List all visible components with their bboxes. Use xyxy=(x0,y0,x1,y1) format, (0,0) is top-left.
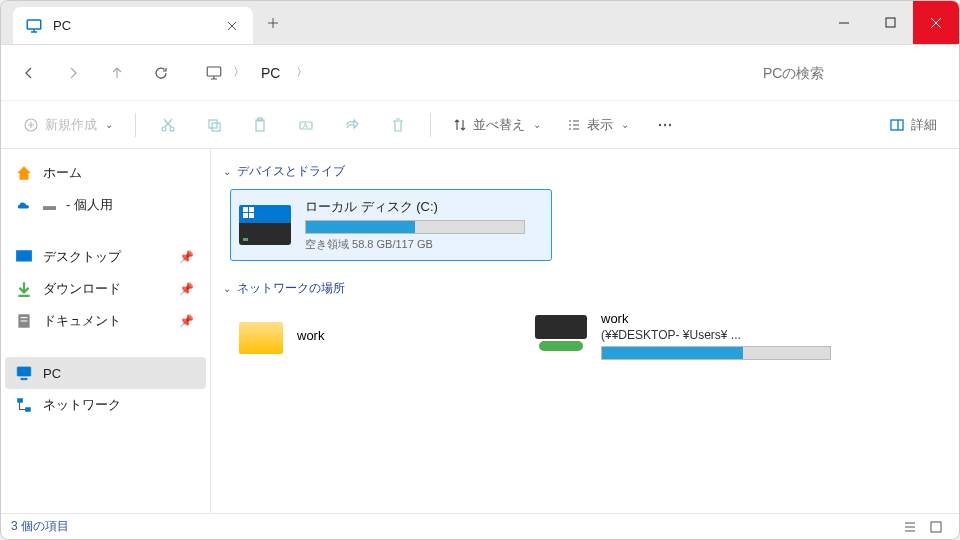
home-icon xyxy=(15,164,33,182)
svg-rect-38 xyxy=(16,250,32,261)
pin-icon: 📌 xyxy=(179,250,194,264)
pin-icon: 📌 xyxy=(179,282,194,296)
svg-rect-44 xyxy=(17,398,23,403)
svg-rect-43 xyxy=(21,378,27,380)
sidebar-item-documents[interactable]: ドキュメント 📌 xyxy=(5,305,206,337)
network-drive-icon xyxy=(535,311,587,351)
status-item-count: 3 個の項目 xyxy=(11,518,69,535)
desktop-icon xyxy=(15,248,33,266)
paste-button[interactable] xyxy=(240,108,280,142)
pin-icon: 📌 xyxy=(179,314,194,328)
forward-button[interactable] xyxy=(53,53,93,93)
chevron-down-icon: ⌄ xyxy=(223,283,231,294)
svg-point-17 xyxy=(162,127,166,131)
svg-line-20 xyxy=(164,119,171,127)
tab-current[interactable]: PC xyxy=(13,7,253,44)
svg-line-19 xyxy=(165,119,172,127)
details-pane-icon xyxy=(889,117,905,133)
pc-breadcrumb-icon xyxy=(205,64,223,82)
sidebar-item-network[interactable]: ネットワーク xyxy=(5,389,206,421)
svg-rect-0 xyxy=(27,20,41,29)
section-devices-header[interactable]: ⌄ デバイスとドライブ xyxy=(211,159,959,184)
cut-button[interactable] xyxy=(148,108,188,142)
paste-icon xyxy=(252,117,268,133)
view-tiles-button[interactable] xyxy=(923,517,949,537)
sidebar-item-downloads[interactable]: ダウンロード 📌 xyxy=(5,273,206,305)
network-share-work[interactable]: work (¥¥DESKTOP- ¥Users¥ ... xyxy=(531,307,871,364)
rename-button[interactable]: A xyxy=(286,108,326,142)
svg-rect-45 xyxy=(25,407,31,412)
svg-rect-42 xyxy=(17,367,31,376)
search-input[interactable] xyxy=(751,57,951,89)
documents-icon xyxy=(15,312,33,330)
sidebar-item-pc[interactable]: PC xyxy=(5,357,206,389)
svg-point-35 xyxy=(669,123,671,125)
section-network-header[interactable]: ⌄ ネットワークの場所 xyxy=(211,276,959,301)
svg-rect-23 xyxy=(256,120,264,131)
titlebar: PC xyxy=(1,1,959,45)
sidebar-item-home[interactable]: ホーム xyxy=(5,157,206,189)
svg-rect-11 xyxy=(207,67,221,76)
chevron-down-icon: ⌄ xyxy=(621,119,629,130)
chevron-down-icon: ⌄ xyxy=(223,166,231,177)
addressbar: 〉 PC 〉 xyxy=(1,45,959,101)
pc-icon xyxy=(25,17,43,35)
close-button[interactable] xyxy=(913,1,959,44)
delete-button[interactable] xyxy=(378,108,418,142)
tab-close-button[interactable] xyxy=(223,17,241,35)
share-icon xyxy=(344,117,360,133)
share-capacity-bar xyxy=(601,346,831,360)
share-button[interactable] xyxy=(332,108,372,142)
new-tab-button[interactable] xyxy=(253,1,293,44)
sidebar-item-onedrive[interactable]: ▬ - 個人用 xyxy=(5,189,206,221)
toolbar: 新規作成 ⌄ A 並べ替え ⌄ 表示 ⌄ 詳細 xyxy=(1,101,959,149)
maximize-button[interactable] xyxy=(867,1,913,44)
network-folder-work[interactable]: work xyxy=(231,307,511,364)
svg-rect-8 xyxy=(886,18,895,27)
svg-rect-49 xyxy=(931,522,941,532)
drive-icon xyxy=(239,205,291,245)
downloads-icon xyxy=(15,280,33,298)
up-button[interactable] xyxy=(97,53,137,93)
details-pane-button[interactable]: 詳細 xyxy=(879,108,947,142)
more-icon xyxy=(657,117,673,133)
share-path: (¥¥DESKTOP- ¥Users¥ ... xyxy=(601,328,867,342)
new-button[interactable]: 新規作成 ⌄ xyxy=(13,108,123,142)
chevron-right-icon: 〉 xyxy=(227,64,251,81)
svg-point-34 xyxy=(664,123,666,125)
svg-rect-21 xyxy=(209,120,217,128)
svg-rect-22 xyxy=(212,123,220,131)
more-button[interactable] xyxy=(645,108,685,142)
copy-icon xyxy=(206,117,222,133)
sidebar-item-desktop[interactable]: デスクトップ 📌 xyxy=(5,241,206,273)
svg-point-33 xyxy=(659,123,661,125)
network-icon xyxy=(15,396,33,414)
cut-icon xyxy=(160,117,176,133)
content-area: ⌄ デバイスとドライブ ローカル ディスク (C:) 空き領域 58.8 GB/… xyxy=(211,149,959,513)
folder-label: work xyxy=(297,328,324,343)
drive-capacity-bar xyxy=(305,220,525,234)
chevron-down-icon: ⌄ xyxy=(533,119,541,130)
drive-local-c[interactable]: ローカル ディスク (C:) 空き領域 58.8 GB/117 GB xyxy=(231,190,551,260)
chevron-down-icon: ⌄ xyxy=(105,119,113,130)
svg-point-18 xyxy=(170,127,174,131)
pc-icon xyxy=(15,364,33,382)
folder-icon xyxy=(239,318,283,354)
view-button[interactable]: 表示 ⌄ xyxy=(557,108,639,142)
delete-icon xyxy=(390,117,406,133)
statusbar: 3 個の項目 xyxy=(1,513,959,539)
minimize-button[interactable] xyxy=(821,1,867,44)
refresh-button[interactable] xyxy=(141,53,181,93)
view-details-button[interactable] xyxy=(897,517,923,537)
back-button[interactable] xyxy=(9,53,49,93)
svg-text:A: A xyxy=(303,122,308,129)
sidebar: ホーム ▬ - 個人用 デスクトップ 📌 ダウンロード 📌 ドキュメント 📌 xyxy=(1,149,211,513)
drive-name: ローカル ディスク (C:) xyxy=(305,198,543,216)
chevron-right-icon: 〉 xyxy=(290,64,314,81)
rename-icon: A xyxy=(298,117,314,133)
sort-button[interactable]: 並べ替え ⌄ xyxy=(443,108,551,142)
share-name: work xyxy=(601,311,867,326)
breadcrumb-pc[interactable]: PC xyxy=(255,61,286,85)
view-icon xyxy=(567,118,581,132)
copy-button[interactable] xyxy=(194,108,234,142)
